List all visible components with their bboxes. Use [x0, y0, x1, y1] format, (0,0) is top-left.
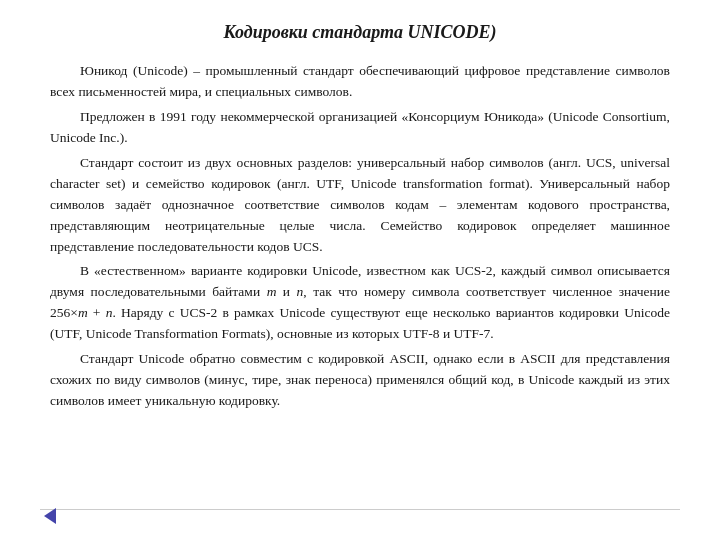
- main-content: Юникод (Unicode) – промышленный стандарт…: [50, 61, 670, 520]
- paragraph-2: Предложен в 1991 году некоммерческой орг…: [50, 107, 670, 149]
- bottom-divider: [40, 509, 680, 510]
- paragraph-5: Стандарт Unicode обратно совместим с код…: [50, 349, 670, 412]
- page-title: Кодировки стандарта UNICODE): [50, 20, 670, 45]
- page-container: Кодировки стандарта UNICODE) Юникод (Uni…: [0, 0, 720, 540]
- paragraph-3: Стандарт состоит из двух основных раздел…: [50, 153, 670, 258]
- paragraph-4: В «естественном» варианте кодировки Unic…: [50, 261, 670, 345]
- paragraph-1: Юникод (Unicode) – промышленный стандарт…: [50, 61, 670, 103]
- navigation-arrow[interactable]: [44, 508, 56, 524]
